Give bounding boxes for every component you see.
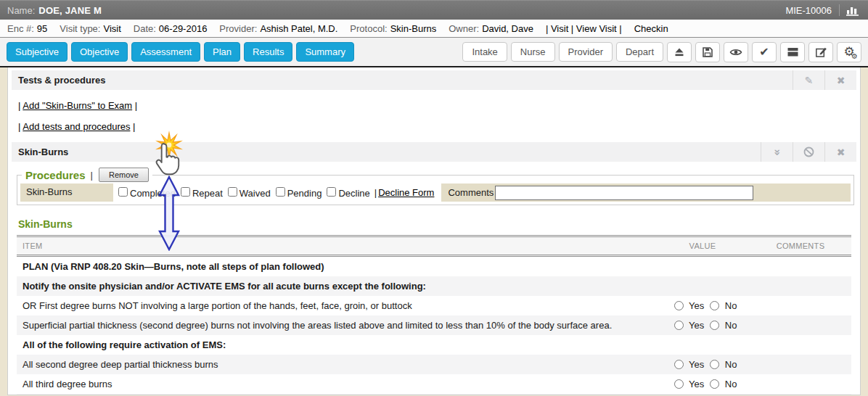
value-cell: Yes No <box>655 355 750 374</box>
pencil-icon[interactable]: ✎ <box>793 70 824 90</box>
add-tests-and-procedures-link[interactable]: Add tests and procedures <box>22 121 130 132</box>
stage-button[interactable]: Intake <box>462 42 507 62</box>
field-value: 06-29-2016 <box>159 23 208 34</box>
checkin-link[interactable]: Checkin <box>634 23 668 34</box>
note-tab-button[interactable]: Objective <box>71 42 128 62</box>
field-value: David, Dave <box>482 23 533 34</box>
checklist-title: Skin-Burns <box>18 218 856 230</box>
column-header-value: VALUE <box>655 236 750 256</box>
no-radio[interactable] <box>710 360 719 369</box>
item-text: PLAN (Via RNP 408.20 Skin—Burns, note al… <box>17 256 655 277</box>
comments-cell <box>750 355 851 374</box>
note-tab-button[interactable]: Plan <box>204 42 240 62</box>
pipe: | <box>374 187 377 198</box>
archive-button[interactable] <box>780 42 805 62</box>
encounter-field: Enc #:95 <box>7 23 47 34</box>
remove-button[interactable]: Remove <box>99 168 149 182</box>
no-radio[interactable] <box>710 301 719 310</box>
no-radio[interactable] <box>710 379 719 389</box>
checklist-row: PLAN (Via RNP 408.20 Skin—Burns, note al… <box>17 256 851 277</box>
yes-radio-option[interactable]: Yes <box>668 320 705 331</box>
checklist-row: All chemical burns Yes No <box>17 394 851 395</box>
status-checkbox-option[interactable]: Pending <box>271 187 322 199</box>
value-cell <box>655 276 750 296</box>
checkbox-label: Decline <box>338 188 369 199</box>
yes-radio[interactable] <box>674 321 684 330</box>
value-cell: Yes No <box>655 374 750 394</box>
comments-cell <box>750 296 851 315</box>
note-tab-button[interactable]: Summary <box>296 42 354 62</box>
visit-nav-links[interactable]: | Visit | View Visit | <box>546 23 622 34</box>
yes-radio[interactable] <box>674 379 684 389</box>
pipe: | <box>18 100 20 111</box>
note-tab-button[interactable]: Results <box>244 42 292 62</box>
stage-button[interactable]: Depart <box>616 42 663 62</box>
yes-radio[interactable] <box>674 301 684 310</box>
settings-small-gear-icon: ⚙ <box>851 53 858 60</box>
checklist-row: Superficial partial thickness (second de… <box>17 315 851 335</box>
procedure-name: Skin-Burns <box>20 183 113 202</box>
yes-no-radio-group: Yes No <box>668 359 737 370</box>
status-checkbox[interactable] <box>327 187 336 197</box>
status-checkbox-option[interactable]: Decline <box>322 187 369 199</box>
field-label: Owner: <box>449 23 479 34</box>
no-radio-option[interactable]: No <box>704 300 737 311</box>
close-icon[interactable]: ✖ <box>824 142 856 162</box>
block-icon[interactable] <box>793 142 824 162</box>
yes-no-radio-group: Yes No <box>668 300 737 311</box>
add-skin-burns-to-exam-link[interactable]: Add "Skin-Burns" to Exam <box>22 100 132 111</box>
note-tab-button[interactable]: Assessment <box>131 42 200 62</box>
encounter-field: Visit type:Visit <box>60 23 120 34</box>
tests-procedures-section-header: Tests & procedures ✎ ✖ <box>12 70 856 90</box>
stage-button[interactable]: Nurse <box>511 42 555 62</box>
field-label: Date: <box>134 23 156 34</box>
field-label: Visit type: <box>60 23 100 34</box>
no-radio-option[interactable]: No <box>704 359 737 370</box>
close-icon[interactable]: ✖ <box>824 70 856 90</box>
note-section-tabs: Subjective Objective Assessment Plan Res… <box>7 42 358 62</box>
settings-button[interactable]: ⚙ ⚙ <box>837 42 861 62</box>
item-text: Notify the onsite physician and/or ACTIV… <box>17 276 655 296</box>
status-checkbox[interactable] <box>276 187 285 197</box>
bar-chart-icon <box>846 4 861 16</box>
edit-note-icon <box>815 46 827 58</box>
status-checkbox[interactable] <box>228 187 237 197</box>
yes-no-radio-group: Yes No <box>668 379 737 389</box>
status-checkbox[interactable] <box>118 187 128 197</box>
note-tab-button[interactable]: Subjective <box>7 42 67 62</box>
comments-input[interactable] <box>495 186 753 200</box>
status-checkbox-option[interactable]: Completed <box>113 187 176 199</box>
yes-radio-option[interactable]: Yes <box>668 300 705 311</box>
add-tests-procedures-row: | Add tests and procedures | <box>18 121 856 132</box>
checklist-row: All second degree deep partial thickness… <box>17 355 851 374</box>
procedures-legend: Procedures <box>25 169 86 181</box>
value-cell: Yes No <box>655 315 750 335</box>
yes-radio[interactable] <box>674 360 684 369</box>
decline-form-link[interactable]: Decline Form <box>378 187 434 198</box>
field-value: 95 <box>37 23 47 34</box>
edit-note-button[interactable] <box>808 42 833 62</box>
preview-button[interactable] <box>724 42 748 62</box>
stage-button[interactable]: Provider <box>559 42 613 62</box>
checkbox-label: Pending <box>287 188 322 199</box>
comments-cell <box>750 374 851 394</box>
collapse-double-chevron-icon[interactable]: » <box>761 142 793 162</box>
yes-no-radio-group: Yes No <box>668 320 737 331</box>
procedure-comments: Comments <box>441 183 851 202</box>
yes-radio-option[interactable]: Yes <box>668 379 705 389</box>
no-radio[interactable] <box>710 321 719 330</box>
comments-label: Comments <box>448 187 494 198</box>
status-checkbox-option[interactable]: Repeat <box>176 187 223 199</box>
status-checkbox[interactable] <box>181 187 190 197</box>
flowsheet-chart-button[interactable] <box>839 4 861 16</box>
check-icon: ✔ <box>759 46 769 58</box>
no-radio-option[interactable]: No <box>704 320 737 331</box>
yes-radio-option[interactable]: Yes <box>668 359 705 370</box>
approve-button[interactable]: ✔ <box>752 42 777 62</box>
save-button[interactable] <box>695 42 720 62</box>
value-cell <box>655 256 750 277</box>
value-cell <box>655 335 750 355</box>
status-checkbox-option[interactable]: Waived <box>223 187 271 199</box>
eject-button[interactable] <box>667 42 692 62</box>
no-radio-option[interactable]: No <box>704 379 737 389</box>
